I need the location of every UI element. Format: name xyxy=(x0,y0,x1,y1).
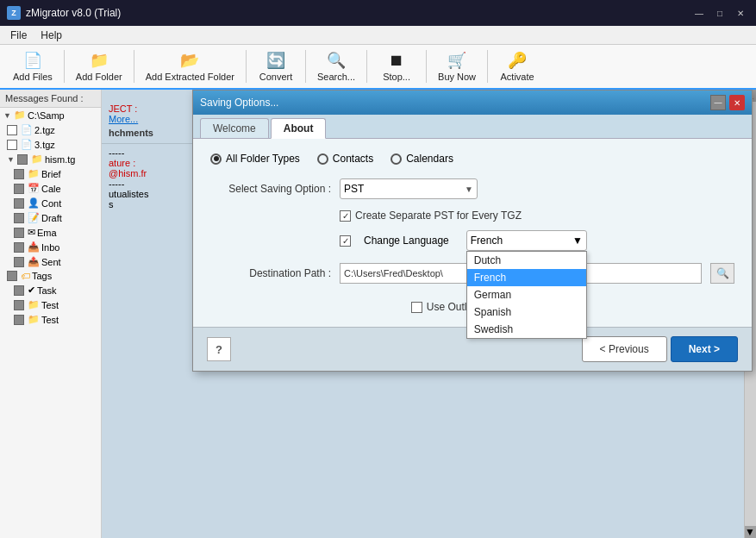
create-separate-pst-checkbox[interactable] xyxy=(340,210,351,222)
tree-item-tags[interactable]: 🏷 Tags xyxy=(0,269,101,283)
tree-item-test1[interactable]: 📁 Test xyxy=(0,297,101,312)
tree-check-icon xyxy=(14,184,24,194)
previous-button[interactable]: < Previous xyxy=(582,336,667,362)
add-files-icon: 📄 xyxy=(23,51,42,70)
tree-item-inbo[interactable]: 📥 Inbo xyxy=(0,240,101,254)
toolbar-add-files[interactable]: 📄 Add Files xyxy=(5,47,60,86)
tree-item-ema[interactable]: ✉ Ema xyxy=(0,225,101,240)
file-icon: 📄 xyxy=(21,139,33,150)
radio-contacts[interactable]: Contacts xyxy=(317,153,373,165)
maximize-button[interactable]: □ xyxy=(711,4,728,22)
language-dropdown-list: Dutch French German Spanish Swedish xyxy=(466,251,587,339)
tree-expand-icon: ▼ xyxy=(3,111,11,120)
toolbar-sep-3 xyxy=(246,50,247,83)
tree-check-icon xyxy=(14,300,24,310)
right-panel: nday, F © Att. JECT : More... hchments -… xyxy=(102,90,756,538)
toolbar-activate[interactable]: 🔑 Activate xyxy=(491,47,543,86)
toolbar-activate-label: Activate xyxy=(501,72,534,82)
tree-check-icon xyxy=(14,228,24,238)
tree-item-draft[interactable]: 📝 Draft xyxy=(0,210,101,225)
task-icon: ✔ xyxy=(28,285,35,296)
use-outlook-mode-checkbox[interactable] xyxy=(411,302,422,313)
contacts-icon: 👤 xyxy=(28,197,40,209)
tree-item-label: Cont xyxy=(41,198,61,209)
menu-help[interactable]: Help xyxy=(34,28,69,43)
buy-now-icon: 🛒 xyxy=(447,51,466,70)
toolbar-add-files-label: Add Files xyxy=(13,72,53,82)
inbox-icon: 📥 xyxy=(28,241,40,253)
dialog-tabs: Welcome About xyxy=(193,115,752,139)
tree-item-label: Brief xyxy=(41,169,61,179)
toolbar-sep-6 xyxy=(426,50,427,83)
language-option-german[interactable]: German xyxy=(467,286,586,303)
path-browse-button[interactable]: 🔍 xyxy=(710,263,734,284)
dialog-body: All Folder Types Contacts Calendars Sele… xyxy=(193,139,752,327)
folder-icon: 📁 xyxy=(14,109,26,121)
language-option-french[interactable]: French xyxy=(467,269,586,286)
tab-welcome[interactable]: Welcome xyxy=(200,118,269,138)
saving-option-row: Select Saving Option : PST ▼ xyxy=(210,178,734,199)
toolbar-sep-2 xyxy=(134,50,134,83)
language-option-swedish[interactable]: Swedish xyxy=(467,321,586,338)
browse-icon: 🔍 xyxy=(716,267,729,279)
toolbar-convert[interactable]: 🔄 Convert xyxy=(250,47,302,86)
stop-icon: ⏹ xyxy=(389,52,404,70)
radio-calendars[interactable]: Calendars xyxy=(390,153,453,165)
tree-item-brief[interactable]: 📁 Brief xyxy=(0,166,101,181)
footer-help-button[interactable]: ? xyxy=(207,337,231,361)
title-bar-controls: — □ ✕ xyxy=(690,4,749,22)
radio-dot-contacts xyxy=(317,153,328,165)
more-link[interactable]: More... xyxy=(109,114,138,124)
toolbar-add-extracted-folder-label: Add Extracted Folder xyxy=(146,72,234,82)
search-icon: 🔍 xyxy=(327,51,346,70)
tree-item-hism[interactable]: ▼ 📁 hism.tg xyxy=(0,152,101,166)
toolbar-buy-now-label: Buy Now xyxy=(438,72,476,82)
tree-item-label: Test xyxy=(41,315,59,325)
tree-item-c-sample[interactable]: ▼ 📁 C:\Samp xyxy=(0,108,101,122)
toolbar-stop[interactable]: ⏹ Stop... xyxy=(371,47,422,86)
tree-item-cale[interactable]: 📅 Cale xyxy=(0,181,101,196)
tree-check-icon xyxy=(14,198,24,209)
tree-check-icon xyxy=(14,285,24,296)
language-option-spanish[interactable]: Spanish xyxy=(467,303,586,321)
saving-option-label: Select Saving Option : xyxy=(210,183,331,195)
tree-item-label: Draft xyxy=(41,213,62,223)
cal-icon: 📅 xyxy=(28,183,40,194)
add-folder-icon: 📁 xyxy=(90,51,109,70)
radio-all-folder-types[interactable]: All Folder Types xyxy=(210,153,300,165)
minimize-button[interactable]: — xyxy=(690,4,708,22)
toolbar-sep-4 xyxy=(305,50,306,83)
tree-check-icon xyxy=(7,140,17,150)
tree-item-sent[interactable]: 📤 Sent xyxy=(0,254,101,269)
tree-item-label: Tags xyxy=(32,271,52,281)
toolbar-add-extracted-folder[interactable]: 📂 Add Extracted Folder xyxy=(138,47,242,86)
menu-file[interactable]: File xyxy=(3,28,34,43)
tree-item-2tgz[interactable]: 📄 2.tgz xyxy=(0,122,101,137)
dialog-minimize-button[interactable]: — xyxy=(710,95,726,110)
tree-item-label: 2.tgz xyxy=(34,125,55,135)
folder-type-radio-group: All Folder Types Contacts Calendars xyxy=(210,153,734,165)
close-button[interactable]: ✕ xyxy=(732,4,749,22)
toolbar-buy-now[interactable]: 🛒 Buy Now xyxy=(430,47,484,86)
saving-option-select[interactable]: PST ▼ xyxy=(340,178,478,199)
toolbar: 📄 Add Files 📁 Add Folder 📂 Add Extracted… xyxy=(0,45,756,90)
language-arrow-icon: ▼ xyxy=(572,235,583,247)
tree-item-label: hism.tg xyxy=(45,154,75,165)
toolbar-add-folder[interactable]: 📁 Add Folder xyxy=(68,47,130,86)
radio-dot-calendars xyxy=(390,153,402,165)
tree-item-label: Ema xyxy=(37,228,57,238)
tree-item-cont[interactable]: 👤 Cont xyxy=(0,196,101,210)
next-button[interactable]: Next > xyxy=(671,336,738,362)
language-select[interactable]: French ▼ xyxy=(466,230,587,251)
dialog-close-button[interactable]: ✕ xyxy=(729,95,745,110)
tree-item-3tgz[interactable]: 📄 3.tgz xyxy=(0,137,101,152)
tree-item-test2[interactable]: 📁 Test xyxy=(0,312,101,327)
language-option-dutch[interactable]: Dutch xyxy=(467,252,586,269)
activate-icon: 🔑 xyxy=(508,51,527,70)
change-language-checkbox[interactable] xyxy=(340,235,351,247)
tab-about[interactable]: About xyxy=(271,118,327,139)
scroll-down-button[interactable]: ▼ xyxy=(745,526,756,538)
toolbar-search[interactable]: 🔍 Search... xyxy=(309,47,363,86)
tree-item-task[interactable]: ✔ Task xyxy=(0,283,101,297)
tree-item-label: 3.tgz xyxy=(34,140,55,150)
